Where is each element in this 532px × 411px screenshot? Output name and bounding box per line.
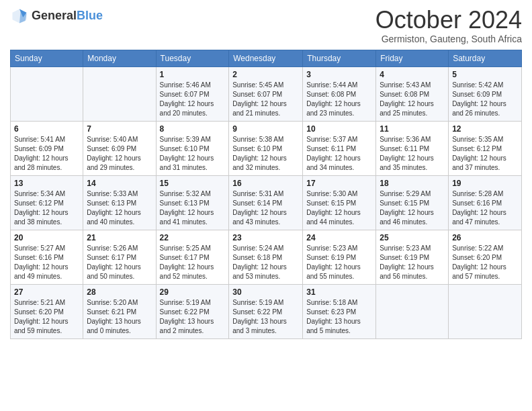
calendar-cell: 5Sunrise: 5:42 AM Sunset: 6:09 PM Daylig… [449, 66, 522, 121]
day-info: Sunrise: 5:44 AM Sunset: 6:08 PM Dayligh… [306, 81, 372, 118]
calendar-week-row: 6Sunrise: 5:41 AM Sunset: 6:09 PM Daylig… [11, 121, 522, 175]
day-number: 8 [160, 124, 226, 134]
day-info: Sunrise: 5:27 AM Sunset: 6:16 PM Dayligh… [14, 244, 79, 281]
day-info: Sunrise: 5:22 AM Sunset: 6:20 PM Dayligh… [452, 244, 518, 281]
day-number: 12 [452, 124, 518, 134]
calendar-cell: 19Sunrise: 5:28 AM Sunset: 6:16 PM Dayli… [449, 175, 522, 230]
calendar-cell [11, 66, 83, 121]
day-info: Sunrise: 5:31 AM Sunset: 6:14 PM Dayligh… [232, 189, 299, 227]
day-number: 7 [87, 124, 152, 134]
calendar-week-row: 1Sunrise: 5:46 AM Sunset: 6:07 PM Daylig… [11, 66, 522, 121]
day-number: 16 [232, 179, 299, 188]
day-number: 13 [14, 179, 79, 188]
calendar-cell: 10Sunrise: 5:37 AM Sunset: 6:11 PM Dayli… [303, 121, 376, 175]
day-number: 5 [452, 70, 518, 79]
logo-general: GeneralBlue [32, 9, 103, 23]
day-number: 10 [306, 124, 372, 134]
calendar-cell: 28Sunrise: 5:20 AM Sunset: 6:21 PM Dayli… [83, 284, 156, 338]
day-number: 6 [14, 124, 79, 134]
calendar-cell: 17Sunrise: 5:30 AM Sunset: 6:15 PM Dayli… [303, 175, 376, 230]
day-info: Sunrise: 5:18 AM Sunset: 6:23 PM Dayligh… [306, 298, 372, 336]
day-header-sunday: Sunday [11, 50, 83, 66]
day-info: Sunrise: 5:23 AM Sunset: 6:19 PM Dayligh… [306, 244, 372, 281]
day-header-thursday: Thursday [303, 50, 376, 66]
day-info: Sunrise: 5:34 AM Sunset: 6:12 PM Dayligh… [14, 189, 79, 227]
day-number: 21 [87, 233, 152, 242]
calendar-cell: 29Sunrise: 5:19 AM Sunset: 6:22 PM Dayli… [156, 284, 229, 338]
calendar-week-row: 20Sunrise: 5:27 AM Sunset: 6:16 PM Dayli… [11, 230, 522, 284]
day-number: 27 [14, 287, 79, 297]
calendar-cell: 11Sunrise: 5:36 AM Sunset: 6:11 PM Dayli… [376, 121, 449, 175]
day-number: 2 [232, 70, 299, 79]
day-number: 20 [14, 233, 79, 242]
day-number: 4 [380, 70, 445, 79]
calendar-cell [376, 284, 449, 338]
calendar-cell: 21Sunrise: 5:26 AM Sunset: 6:17 PM Dayli… [83, 230, 156, 284]
calendar-cell: 12Sunrise: 5:35 AM Sunset: 6:12 PM Dayli… [449, 121, 522, 175]
day-info: Sunrise: 5:21 AM Sunset: 6:20 PM Dayligh… [14, 298, 79, 336]
calendar-table: SundayMondayTuesdayWednesdayThursdayFrid… [10, 50, 522, 339]
day-info: Sunrise: 5:42 AM Sunset: 6:09 PM Dayligh… [452, 81, 518, 118]
calendar-cell: 7Sunrise: 5:40 AM Sunset: 6:09 PM Daylig… [83, 121, 156, 175]
day-info: Sunrise: 5:19 AM Sunset: 6:22 PM Dayligh… [160, 298, 226, 336]
calendar-cell: 15Sunrise: 5:32 AM Sunset: 6:13 PM Dayli… [156, 175, 229, 230]
calendar-cell: 25Sunrise: 5:23 AM Sunset: 6:19 PM Dayli… [376, 230, 449, 284]
calendar-cell [83, 66, 156, 121]
day-info: Sunrise: 5:45 AM Sunset: 6:07 PM Dayligh… [232, 81, 299, 118]
day-info: Sunrise: 5:32 AM Sunset: 6:13 PM Dayligh… [160, 189, 226, 227]
day-info: Sunrise: 5:38 AM Sunset: 6:10 PM Dayligh… [232, 135, 299, 173]
day-info: Sunrise: 5:23 AM Sunset: 6:19 PM Dayligh… [380, 244, 445, 281]
day-number: 29 [160, 287, 226, 297]
day-number: 11 [380, 124, 445, 134]
location-subtitle: Germiston, Gauteng, South Africa [375, 34, 522, 44]
calendar-header-row: SundayMondayTuesdayWednesdayThursdayFrid… [11, 50, 522, 66]
calendar-week-row: 13Sunrise: 5:34 AM Sunset: 6:12 PM Dayli… [11, 175, 522, 230]
day-info: Sunrise: 5:37 AM Sunset: 6:11 PM Dayligh… [306, 135, 372, 173]
title-block: October 2024 Germiston, Gauteng, South A… [375, 7, 522, 44]
calendar-cell [449, 284, 522, 338]
day-header-tuesday: Tuesday [156, 50, 229, 66]
day-info: Sunrise: 5:41 AM Sunset: 6:09 PM Dayligh… [14, 135, 79, 173]
calendar-cell: 8Sunrise: 5:39 AM Sunset: 6:10 PM Daylig… [156, 121, 229, 175]
calendar-cell: 4Sunrise: 5:43 AM Sunset: 6:08 PM Daylig… [376, 66, 449, 121]
calendar-cell: 9Sunrise: 5:38 AM Sunset: 6:10 PM Daylig… [229, 121, 303, 175]
calendar-cell: 3Sunrise: 5:44 AM Sunset: 6:08 PM Daylig… [303, 66, 376, 121]
day-number: 24 [306, 233, 372, 242]
day-info: Sunrise: 5:39 AM Sunset: 6:10 PM Dayligh… [160, 135, 226, 173]
day-number: 26 [452, 233, 518, 242]
day-number: 9 [232, 124, 299, 134]
day-info: Sunrise: 5:33 AM Sunset: 6:13 PM Dayligh… [87, 189, 152, 227]
calendar-cell: 23Sunrise: 5:24 AM Sunset: 6:18 PM Dayli… [229, 230, 303, 284]
day-info: Sunrise: 5:20 AM Sunset: 6:21 PM Dayligh… [87, 298, 152, 336]
day-number: 1 [160, 70, 226, 79]
day-number: 19 [452, 179, 518, 188]
day-info: Sunrise: 5:46 AM Sunset: 6:07 PM Dayligh… [160, 81, 226, 118]
logo-icon [10, 7, 29, 26]
day-info: Sunrise: 5:28 AM Sunset: 6:16 PM Dayligh… [452, 189, 518, 227]
calendar-cell: 26Sunrise: 5:22 AM Sunset: 6:20 PM Dayli… [449, 230, 522, 284]
page-header: GeneralBlue October 2024 Germiston, Gaut… [10, 7, 522, 44]
calendar-week-row: 27Sunrise: 5:21 AM Sunset: 6:20 PM Dayli… [11, 284, 522, 338]
day-header-friday: Friday [376, 50, 449, 66]
day-info: Sunrise: 5:25 AM Sunset: 6:17 PM Dayligh… [160, 244, 226, 281]
day-info: Sunrise: 5:29 AM Sunset: 6:15 PM Dayligh… [380, 189, 445, 227]
day-number: 30 [232, 287, 299, 297]
calendar-cell: 24Sunrise: 5:23 AM Sunset: 6:19 PM Dayli… [303, 230, 376, 284]
day-info: Sunrise: 5:26 AM Sunset: 6:17 PM Dayligh… [87, 244, 152, 281]
day-header-monday: Monday [83, 50, 156, 66]
day-number: 15 [160, 179, 226, 188]
calendar-cell: 1Sunrise: 5:46 AM Sunset: 6:07 PM Daylig… [156, 66, 229, 121]
calendar-cell: 22Sunrise: 5:25 AM Sunset: 6:17 PM Dayli… [156, 230, 229, 284]
calendar-cell: 13Sunrise: 5:34 AM Sunset: 6:12 PM Dayli… [11, 175, 83, 230]
day-number: 28 [87, 287, 152, 297]
day-header-wednesday: Wednesday [229, 50, 303, 66]
day-number: 25 [380, 233, 445, 242]
calendar-cell: 16Sunrise: 5:31 AM Sunset: 6:14 PM Dayli… [229, 175, 303, 230]
day-info: Sunrise: 5:30 AM Sunset: 6:15 PM Dayligh… [306, 189, 372, 227]
day-number: 23 [232, 233, 299, 242]
calendar-cell: 18Sunrise: 5:29 AM Sunset: 6:15 PM Dayli… [376, 175, 449, 230]
calendar-cell: 27Sunrise: 5:21 AM Sunset: 6:20 PM Dayli… [11, 284, 83, 338]
day-number: 17 [306, 179, 372, 188]
day-info: Sunrise: 5:40 AM Sunset: 6:09 PM Dayligh… [87, 135, 152, 173]
day-number: 18 [380, 179, 445, 188]
